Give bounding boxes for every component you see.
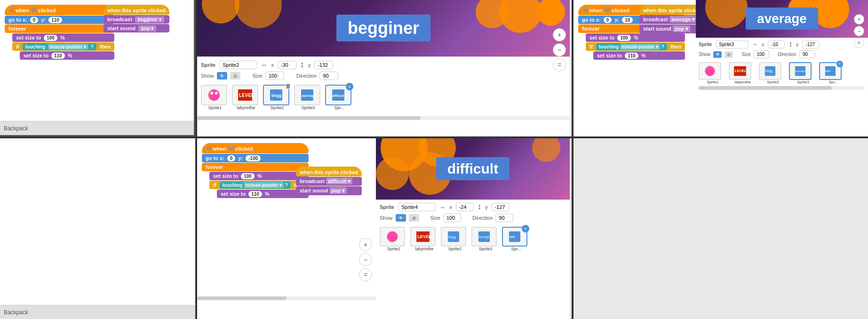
tr-thumb-5[interactable]: diffic + Spr... — [819, 62, 847, 84]
br-thumb-3[interactable]: begg Sprite2 — [441, 227, 469, 251]
tr-sprite-input[interactable] — [716, 40, 749, 48]
tr-code-blocks: 🏁 when 🏁 clicked go to x: 0 y: 10 foreve… — [573, 0, 696, 136]
br-show-btn[interactable]: 👁 — [396, 214, 406, 222]
bm-scrollbar[interactable] — [197, 296, 376, 300]
vertical-divider-1 — [195, 0, 197, 319]
sprite-thumb-sprite2[interactable]: begg Sprite2 — [263, 85, 291, 110]
br-sprite-row: Sprite ↔ x ↕ y — [380, 202, 566, 212]
tr-show-row: Show 👁 ⊘ Size Direction — [699, 50, 865, 58]
size-input[interactable] — [265, 72, 284, 80]
svg-text:LEVEL: LEVEL — [735, 69, 747, 73]
br-thumb-1[interactable]: Sprite1 — [380, 227, 408, 251]
sprite1-name: Sprite1 — [201, 105, 229, 110]
tr-thumb-4[interactable]: average Sprite3 — [789, 62, 817, 84]
top-left-code-area: 🏁 when 🏁 clicked go to x: 0 y: 110 forev… — [0, 0, 195, 136]
hide-button[interactable]: ⊘ — [230, 72, 240, 80]
bm-if: if touching mouse-pointer ▾ ? then — [209, 181, 309, 189]
difficult-stage-content: difficult — [436, 161, 510, 177]
tr-dir-input[interactable] — [799, 50, 815, 58]
size-label: Size — [253, 73, 263, 79]
svg-text:LEVEL: LEVEL — [239, 93, 253, 98]
tr-thumb-2[interactable]: LEVEL labyrinthe — [729, 62, 757, 84]
tr-scrollbar[interactable] — [699, 86, 865, 90]
zoom-in-button[interactable]: + — [553, 28, 566, 41]
bottom-middle-area: 🏁 when 🏁 clicked go to x: 0 y: -100 fore… — [197, 138, 570, 319]
sprite-thumb-row-tm: Sprite1 LEVEL labyrinthe begg Sprite2 av… — [197, 83, 570, 112]
zoom-fit-button[interactable]: = — [553, 58, 566, 72]
tr-stage-panel: average Sprite ↔ x ↕ y Show 👁 ⊘ Size Dir — [696, 0, 868, 136]
forever-block: forever — [5, 24, 114, 33]
br-thumb-4[interactable]: average Sprite3 — [471, 227, 500, 251]
bm-zoom-in[interactable]: + — [359, 238, 372, 251]
tr-setsize110: set size to 110 % — [593, 51, 685, 60]
tr-x-input[interactable] — [768, 40, 785, 48]
br-thumb-5[interactable]: diffic + Spr... — [502, 227, 530, 251]
sprite-thumb-sprite4[interactable]: difficult + Spr... — [325, 85, 353, 110]
br-size-input[interactable] — [443, 214, 461, 222]
show-button[interactable]: 👁 — [217, 72, 227, 80]
bm-sound: start sound pop ▾ — [296, 186, 362, 195]
x-label: x — [271, 62, 274, 68]
backpack-label: Backpack — [4, 125, 28, 132]
tr-y-input[interactable] — [802, 40, 819, 48]
updown-icon: ↕ — [300, 60, 304, 70]
br-thumb-2[interactable]: LEVEL labyrinthe — [410, 227, 438, 251]
direction-input[interactable] — [319, 72, 338, 80]
svg-point-2 — [215, 92, 218, 95]
svg-text:begg: begg — [271, 93, 282, 98]
br-hide-btn[interactable]: ⊘ — [409, 214, 419, 222]
tr-hide-btn[interactable]: ⊘ — [725, 51, 733, 58]
tr-sprite-thumbs: Sprite1 LEVEL labyrinthe begg Sprite2 av… — [696, 60, 868, 86]
tr-zoom-fit[interactable]: = — [854, 38, 864, 48]
tr-zoom-in[interactable]: + — [854, 14, 864, 24]
br-x-input[interactable] — [456, 203, 474, 211]
backpack-bar: Backpack — [0, 121, 194, 135]
sprite-thumb-sprite3[interactable]: average Sprite3 — [294, 85, 322, 110]
br-dir-input[interactable] — [495, 214, 513, 222]
show-label: Show — [201, 73, 214, 79]
svg-point-0 — [208, 89, 220, 101]
sprite-thumb-sprite1[interactable]: Sprite1 — [201, 85, 229, 110]
svg-text:LEVEL: LEVEL — [417, 234, 430, 239]
svg-text:begg: begg — [448, 235, 456, 239]
bm-broadcast: broadcast difficult ▾ — [296, 177, 362, 186]
bm-forever: forever — [202, 163, 309, 171]
bl-backpack-label: Backpack — [4, 309, 28, 316]
difficult-label: difficult — [436, 157, 510, 180]
bm-sprite-clicked: when this sprite clicked — [296, 167, 362, 176]
zoom-out-button[interactable]: − — [553, 43, 566, 56]
tr-sprite-panel: Sprite ↔ x ↕ y Show 👁 ⊘ Size Direction — [696, 38, 868, 60]
bm-zoom-out[interactable]: − — [359, 253, 372, 266]
direction-label: Direction — [296, 73, 317, 79]
top-right-area: 🏁 when 🏁 clicked go to x: 0 y: 10 foreve… — [573, 0, 868, 136]
tr-size-input[interactable] — [753, 50, 769, 58]
y-label: y — [308, 62, 311, 68]
sprite-thumb-labyrinthe[interactable]: LEVEL labyrinthe — [232, 85, 260, 110]
bl-backpack: Backpack — [0, 305, 195, 319]
vertical-divider-2 — [572, 0, 573, 319]
svg-text:average: average — [478, 235, 490, 239]
tr-zoom-out[interactable]: − — [854, 26, 864, 36]
sprite-label: Sprite — [201, 62, 215, 68]
tr-sprite-row: Sprite ↔ x ↕ y — [699, 40, 865, 48]
sprite-name-input[interactable] — [219, 61, 257, 69]
tr-if: if touching mouse-pointer ▾ ? then — [586, 42, 685, 51]
tr-thumb-1[interactable]: Sprite1 — [699, 62, 727, 84]
x-input[interactable] — [278, 61, 296, 69]
br-show-row: Show 👁 ⊘ Size Direction — [380, 214, 566, 222]
sprite3-name: Sprite3 — [294, 105, 322, 110]
br-y-input[interactable] — [492, 203, 510, 211]
br-sprite-panel: Sprite ↔ x ↕ y Show 👁 ⊘ Size Direction — [376, 199, 570, 224]
arrow-icon: ↔ — [261, 61, 267, 69]
bm-goto: go to x: 0 y: -100 — [202, 154, 309, 162]
bm-zoom: + − = — [359, 238, 372, 281]
bm-zoom-fit[interactable]: = — [359, 268, 372, 281]
y-input[interactable] — [314, 61, 333, 69]
sprite-info-row: Sprite ↔ x ↕ y — [201, 60, 566, 70]
tr-thumb-3[interactable]: begg Sprite2 — [759, 62, 787, 84]
set-size-block: set size to 100 % — [12, 33, 114, 42]
tr-show-btn[interactable]: 👁 — [713, 51, 722, 58]
br-sprite-input[interactable] — [398, 203, 436, 211]
scrollbar-tm[interactable] — [197, 116, 570, 120]
svg-point-20 — [387, 231, 398, 242]
